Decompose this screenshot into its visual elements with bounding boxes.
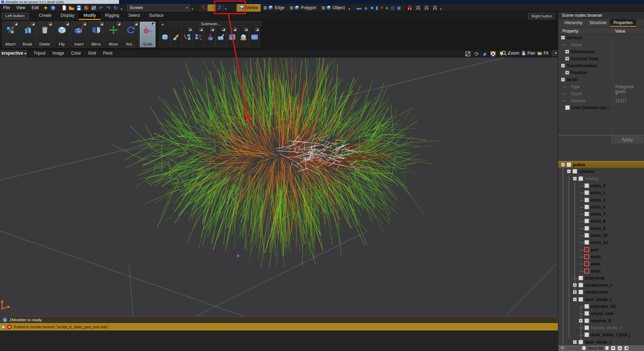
eraser-icon[interactable] — [481, 50, 488, 57]
node-visibility-checkbox[interactable] — [584, 325, 589, 330]
show-all-label[interactable]: Show All — [588, 346, 603, 350]
node-visibility-checkbox[interactable] — [584, 240, 589, 245]
mode-vertex-button[interactable]: Vertex — [237, 4, 261, 12]
cone-icon[interactable]: ▲ — [362, 5, 369, 10]
property-row[interactable]: +External State — [558, 55, 644, 62]
tree-row-part[interactable]: part — [558, 246, 644, 253]
viewport-menu-color[interactable]: Color — [68, 50, 85, 56]
tree-row-door-dside-f[interactable]: −door_dside_f — [558, 296, 644, 303]
node-visibility-checkbox[interactable] — [584, 311, 589, 316]
tree-row-extra-8[interactable]: extra_8 — [558, 218, 644, 225]
expand-corner-icon[interactable] — [14, 22, 18, 26]
expand-corner-icon[interactable] — [256, 28, 259, 31]
list-toggle2-icon[interactable] — [605, 346, 609, 350]
submesh-bevel-button[interactable] — [193, 27, 204, 47]
tree-row-extra-9[interactable]: extra_9 — [558, 225, 644, 232]
move-down-node-icon[interactable] — [611, 346, 616, 351]
tree-row-chassis[interactable]: −chassis — [558, 168, 644, 175]
menu-edit[interactable]: Edit — [28, 4, 42, 12]
node-visibility-checkbox[interactable] — [579, 290, 583, 294]
tab-select[interactable]: Select — [124, 12, 144, 20]
submesh-extrude-button[interactable] — [204, 27, 215, 47]
screen-dropdown[interactable]: Screen ▾ — [127, 5, 190, 11]
viewport-menu-tripod[interactable]: Tripod — [30, 50, 49, 56]
expand-corner-icon[interactable] — [222, 28, 225, 31]
tool-attach-button[interactable]: Attach — [2, 21, 19, 48]
capsule-icon[interactable]: ▬ — [355, 5, 362, 10]
tree-row-door-dside-f-col-[interactable]: door_dside_f [COL] — [558, 331, 644, 338]
node-visibility-checkbox[interactable] — [579, 297, 583, 302]
node-visibility-checkbox[interactable] — [584, 190, 589, 195]
expander-plus-icon[interactable]: + — [565, 50, 569, 54]
menu-view[interactable]: View — [13, 4, 28, 12]
panel-tab-hierarchy[interactable]: Hierarchy — [561, 19, 586, 27]
expand-corner-icon[interactable] — [244, 28, 248, 31]
property-row[interactable]: −Mesh — [558, 76, 644, 83]
tree-row-windscreen[interactable]: +windscreen — [558, 289, 644, 296]
axis-x-button[interactable]: X — [200, 5, 207, 11]
clip-box-icon[interactable] — [464, 50, 471, 57]
export-node-icon[interactable] — [624, 346, 629, 351]
expander-minus-icon[interactable]: − — [561, 163, 565, 167]
material-ball-icon[interactable] — [83, 4, 90, 11]
expand-corner-icon[interactable] — [200, 28, 203, 31]
submesh-smooth-cube-button[interactable] — [159, 27, 170, 47]
node-visibility-checkbox[interactable] — [584, 183, 589, 188]
node-visibility-checkbox[interactable] — [584, 205, 589, 209]
tool-delete-button[interactable]: Delete — [36, 21, 53, 48]
redo-icon[interactable]: ↷ — [105, 4, 112, 11]
expand-corner-icon[interactable] — [66, 22, 69, 26]
expander-plus-icon[interactable]: + — [565, 71, 569, 75]
undo-icon[interactable]: ↶ — [97, 4, 105, 11]
property-row[interactable]: −General — [558, 34, 644, 41]
property-row[interactable]: Name — [558, 41, 644, 48]
tab-rigging[interactable]: Rigging — [101, 12, 124, 20]
expand-corner-icon[interactable] — [49, 22, 52, 26]
toolbar-more-icon[interactable]: ▾ — [119, 7, 124, 11]
property-row[interactable]: −Transformation — [558, 62, 644, 69]
expander-plus-icon[interactable]: + — [565, 57, 569, 61]
tool-scale-button[interactable]: Scale — [139, 21, 156, 48]
mode-polygon-button[interactable]: Polygon — [288, 4, 318, 12]
magnet-face-icon[interactable] — [431, 4, 438, 11]
script-sparkle-icon[interactable] — [42, 4, 49, 11]
help-icon[interactable]: ? — [49, 4, 57, 11]
tree-row-main[interactable]: main — [558, 253, 644, 260]
view-back-icon[interactable]: ◀ — [24, 51, 26, 55]
lasso-icon[interactable] — [472, 50, 480, 57]
tool-insert-button[interactable]: Insert — [71, 21, 87, 48]
property-row[interactable]: Vertices11317 — [558, 97, 644, 104]
tool-rotate-button[interactable]: Rot... — [122, 21, 139, 48]
node-visibility-checkbox[interactable] — [584, 254, 589, 259]
screen-more-icon[interactable]: ▾ — [190, 7, 195, 11]
mode-edge-button[interactable]: Edge — [261, 4, 287, 12]
tree-row-bodyshell[interactable]: bodyshell — [558, 275, 644, 282]
open-folder-icon[interactable] — [68, 4, 75, 11]
tree-row-infinity[interactable]: −infinity — [558, 175, 644, 182]
expander-minus-icon[interactable]: − — [573, 340, 577, 344]
tree-row-extra-3[interactable]: extra_3 — [558, 197, 644, 204]
viewport-menu-grid[interactable]: Grid — [85, 50, 100, 56]
nav-pan-button[interactable]: Pan — [521, 50, 535, 56]
texture-icon[interactable] — [90, 4, 97, 11]
tool-mirror-button[interactable]: Mirror — [88, 21, 104, 48]
magnet-vertex-icon[interactable] — [414, 4, 422, 11]
property-row[interactable]: Count4 — [558, 90, 644, 97]
expand-corner-icon[interactable] — [83, 22, 86, 26]
save-icon[interactable] — [75, 4, 83, 11]
tree-row-extra-11[interactable]: extra_11 — [558, 232, 644, 239]
cylinder-icon[interactable]: ▮ — [374, 5, 379, 10]
submesh-solidify-button[interactable] — [238, 27, 249, 47]
axes-gizmo-icon[interactable]: + — [379, 5, 384, 10]
magnet-edge-icon[interactable] — [423, 4, 430, 11]
expand-corner-icon[interactable] — [117, 22, 120, 26]
node-visibility-checkbox[interactable] — [579, 283, 583, 287]
tree-row-door-dside-r[interactable]: −door_dside_r — [558, 339, 644, 345]
property-row[interactable]: User-Defined opti... — [558, 104, 644, 111]
node-visibility-checkbox[interactable] — [584, 332, 589, 337]
expander-minus-icon[interactable]: − — [561, 36, 565, 40]
node-visibility-checkbox[interactable] — [584, 304, 589, 309]
tree-row-extra-2[interactable]: extra_2 — [558, 182, 644, 189]
node-visibility-checkbox[interactable] — [584, 318, 589, 323]
node-visibility-checkbox[interactable] — [584, 219, 589, 223]
